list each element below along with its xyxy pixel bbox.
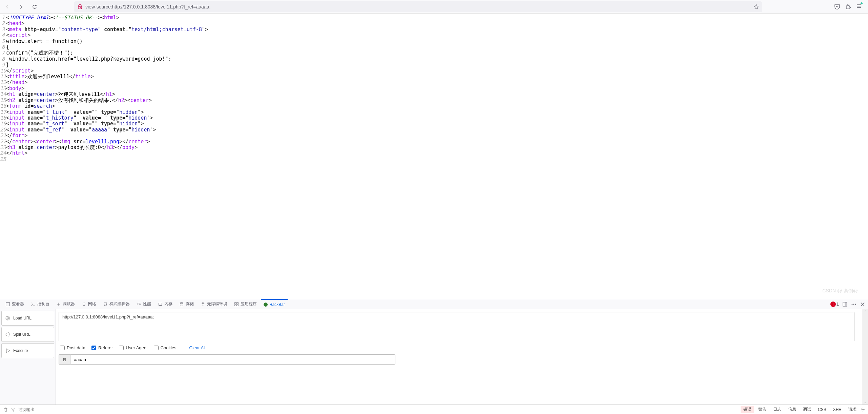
svg-rect-1 [159, 303, 162, 305]
hackbar-url-input[interactable] [59, 312, 854, 341]
line-num: 1 [0, 15, 6, 21]
svg-point-14 [862, 409, 864, 410]
execute-button[interactable]: Execute [1, 343, 54, 358]
svg-point-3 [202, 302, 204, 304]
error-indicator[interactable]: !1 [830, 302, 839, 307]
svg-rect-5 [237, 302, 238, 304]
pocket-icon[interactable] [834, 4, 840, 10]
svg-rect-9 [845, 302, 847, 306]
more-icon[interactable] [851, 302, 856, 307]
tab-styles[interactable]: 样式编辑器 [100, 299, 132, 309]
svg-rect-0 [6, 302, 10, 306]
toolbar-right [834, 3, 865, 10]
split-url-button[interactable]: Split URL [1, 327, 54, 342]
bottom-warn[interactable]: 警告 [756, 406, 769, 413]
hamburger-icon[interactable] [856, 3, 862, 10]
devtools-tabs: 查看器 控制台 调试器 网络 样式编辑器 性能 内存 存储 无障碍环境 应用程序… [0, 299, 868, 309]
filter-icon[interactable] [11, 407, 16, 412]
devtools-panel: 查看器 控制台 调试器 网络 样式编辑器 性能 内存 存储 无障碍环境 应用程序… [0, 299, 868, 414]
post-data-checkbox[interactable]: Post data [60, 345, 85, 350]
trash-icon[interactable] [3, 407, 8, 412]
bottom-xhr[interactable]: XHR [830, 407, 844, 413]
hackbar-icon [264, 303, 268, 307]
svg-point-12 [855, 304, 856, 305]
insecure-icon [77, 4, 83, 9]
devtools-bottom-bar: 错误 警告 日志 信息 调试 CSS XHR 请求 [0, 405, 868, 414]
url-text: view-source:http://127.0.0.1:8088/level1… [85, 4, 751, 9]
svg-point-10 [852, 304, 853, 305]
hackbar-body: Load URL Split URL Execute Post data Ref… [0, 309, 868, 405]
tab-network[interactable]: 网络 [79, 299, 99, 309]
browser-toolbar: view-source:http://127.0.0.1:8088/level1… [0, 0, 868, 14]
image-link[interactable]: level11.png [86, 139, 119, 145]
tab-hackbar[interactable]: HackBar [261, 299, 288, 309]
svg-rect-7 [237, 304, 238, 306]
watermark: CSDN @-条例@ [822, 288, 858, 294]
bottom-log[interactable]: 日志 [770, 406, 784, 413]
bottom-error[interactable]: 错误 [741, 406, 754, 413]
tab-memory[interactable]: 内存 [155, 299, 175, 309]
referer-input[interactable] [70, 354, 395, 365]
referer-checkbox[interactable]: Referer [91, 345, 113, 350]
filter-input[interactable] [18, 407, 69, 412]
bottom-debug[interactable]: 调试 [800, 406, 814, 413]
back-button[interactable] [3, 2, 12, 12]
tab-debugger[interactable]: 调试器 [54, 299, 78, 309]
scrollbar[interactable]: ⌃⌄ [862, 309, 868, 405]
reload-button[interactable] [30, 2, 39, 12]
dock-icon[interactable] [842, 302, 848, 307]
clear-all-link[interactable]: Clear All [189, 345, 206, 350]
hackbar-sidebar: Load URL Split URL Execute [0, 309, 56, 405]
svg-rect-6 [235, 304, 236, 306]
hackbar-main: Post data Referer User Agent Cookies Cle… [56, 309, 868, 405]
tab-inspector[interactable]: 查看器 [3, 299, 27, 309]
referer-label: R [59, 354, 70, 365]
bookmark-star-icon[interactable] [753, 4, 759, 9]
tab-storage[interactable]: 存储 [177, 299, 197, 309]
referer-row: R [59, 354, 854, 365]
extensions-icon[interactable] [845, 4, 851, 10]
bottom-info[interactable]: 信息 [785, 406, 799, 413]
svg-point-2 [180, 302, 183, 304]
source-view: 1<!DOCTYPE html><!--STATUS OK--><html> 2… [0, 14, 868, 164]
bottom-req[interactable]: 请求 [846, 406, 859, 413]
hackbar-options: Post data Referer User Agent Cookies Cle… [59, 345, 854, 350]
svg-rect-4 [235, 302, 236, 304]
svg-point-11 [853, 304, 854, 305]
load-url-button[interactable]: Load URL [1, 311, 54, 326]
tab-app[interactable]: 应用程序 [231, 299, 260, 309]
tab-perf[interactable]: 性能 [134, 299, 154, 309]
forward-button[interactable] [16, 2, 26, 12]
tab-a11y[interactable]: 无障碍环境 [198, 299, 230, 309]
tab-console[interactable]: 控制台 [28, 299, 52, 309]
close-icon[interactable] [860, 302, 865, 307]
url-bar[interactable]: view-source:http://127.0.0.1:8088/level1… [74, 1, 762, 12]
settings-icon[interactable] [861, 407, 865, 412]
cookies-checkbox[interactable]: Cookies [154, 345, 177, 350]
bottom-css[interactable]: CSS [815, 407, 829, 413]
user-agent-checkbox[interactable]: User Agent [119, 345, 147, 350]
